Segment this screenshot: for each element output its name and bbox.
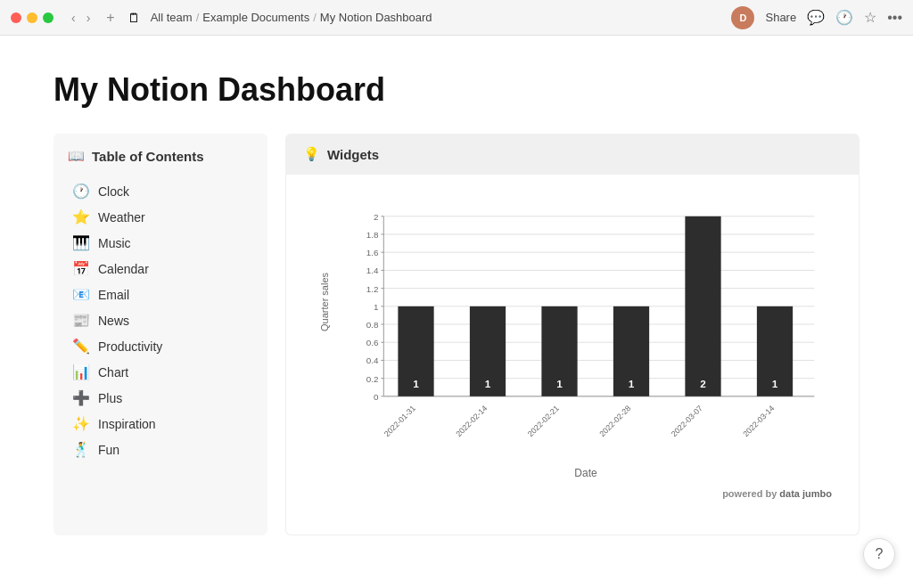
svg-text:2022-02-14: 2022-02-14 bbox=[454, 404, 489, 438]
toc-item-label: Weather bbox=[98, 210, 145, 225]
breadcrumb: All team / Example Documents / My Notion… bbox=[151, 11, 725, 24]
svg-text:1: 1 bbox=[556, 378, 563, 390]
fullscreen-button[interactable] bbox=[43, 12, 53, 23]
svg-text:2022-03-14: 2022-03-14 bbox=[741, 404, 776, 438]
toc-item-label: News bbox=[98, 314, 129, 328]
toc-item[interactable]: 📊Chart bbox=[68, 359, 253, 385]
toc-item-icon: 🎹 bbox=[71, 234, 91, 251]
nav-buttons: ‹ › bbox=[68, 9, 94, 27]
y-axis-label: Quarter sales bbox=[319, 273, 330, 331]
breadcrumb-docs[interactable]: Example Documents bbox=[202, 11, 309, 24]
toc-panel: 📖 Table of Contents 🕐Clock⭐Weather🎹Music… bbox=[53, 134, 267, 535]
svg-text:1.6: 1.6 bbox=[366, 248, 379, 257]
svg-text:1: 1 bbox=[772, 378, 778, 390]
chart-svg: 00.20.40.60.811.21.41.61.8212022-01-3112… bbox=[340, 192, 832, 460]
toc-item-icon: ✏️ bbox=[71, 338, 91, 355]
breadcrumb-sep-2: / bbox=[313, 11, 317, 24]
help-button[interactable]: ? bbox=[863, 538, 895, 570]
toc-item-label: Calendar bbox=[98, 262, 149, 276]
forward-button[interactable]: › bbox=[83, 9, 95, 27]
breadcrumb-allteam[interactable]: All team bbox=[151, 11, 193, 24]
main-content: My Notion Dashboard 📖 Table of Contents … bbox=[0, 36, 913, 588]
svg-rect-47 bbox=[685, 216, 720, 396]
share-button[interactable]: Share bbox=[765, 11, 796, 24]
toc-item-label: Plus bbox=[98, 391, 122, 405]
svg-text:2022-02-28: 2022-02-28 bbox=[597, 404, 632, 438]
svg-text:2022-01-31: 2022-01-31 bbox=[382, 404, 417, 438]
titlebar: ‹ › + 🗒 All team / Example Documents / M… bbox=[0, 0, 913, 36]
toc-item[interactable]: 🎹Music bbox=[68, 230, 253, 256]
comment-button[interactable]: 💬 bbox=[807, 9, 825, 26]
toc-item-label: Productivity bbox=[98, 339, 162, 354]
minimize-button[interactable] bbox=[27, 12, 37, 23]
breadcrumb-current: My Notion Dashboard bbox=[320, 11, 432, 24]
add-tab-button[interactable]: + bbox=[101, 8, 119, 28]
toc-item-icon: ➕ bbox=[71, 389, 91, 406]
page-icon: 🗒 bbox=[127, 11, 140, 25]
toc-item-label: Inspiration bbox=[98, 417, 156, 431]
svg-text:2: 2 bbox=[374, 212, 378, 222]
svg-text:0.2: 0.2 bbox=[366, 374, 379, 384]
svg-text:0: 0 bbox=[374, 392, 379, 402]
svg-text:0.6: 0.6 bbox=[366, 338, 379, 347]
widgets-title: Widgets bbox=[327, 147, 379, 162]
toc-item[interactable]: ✏️Productivity bbox=[68, 333, 253, 359]
widgets-icon: 💡 bbox=[303, 146, 320, 162]
toc-item-label: Music bbox=[98, 236, 131, 250]
toc-icon: 📖 bbox=[68, 148, 85, 164]
brand: data jumbo bbox=[779, 488, 832, 499]
chart-area: Quarter sales 00.20.40.60.811.21.41.61.8… bbox=[340, 192, 832, 460]
history-button[interactable]: 🕐 bbox=[835, 9, 853, 26]
toc-item-icon: 📧 bbox=[71, 286, 91, 303]
svg-text:1: 1 bbox=[374, 302, 378, 312]
toc-item[interactable]: ✨Inspiration bbox=[68, 411, 253, 437]
toc-item-icon: 📅 bbox=[71, 260, 91, 277]
avatar[interactable]: D bbox=[731, 6, 754, 29]
svg-text:1: 1 bbox=[629, 378, 635, 390]
toc-item-icon: 📊 bbox=[71, 363, 91, 380]
widgets-panel: 💡 Widgets Quarter sales 00.20.40.60.811.… bbox=[285, 134, 860, 535]
svg-text:2022-03-07: 2022-03-07 bbox=[670, 404, 704, 438]
toc-item[interactable]: 📅Calendar bbox=[68, 256, 253, 282]
toc-item-icon: 🕺 bbox=[71, 441, 91, 458]
toc-item[interactable]: 🕐Clock bbox=[68, 178, 253, 204]
toc-item-label: Email bbox=[98, 288, 129, 302]
svg-text:2: 2 bbox=[700, 378, 706, 390]
titlebar-actions: D Share 💬 🕐 ☆ ••• bbox=[731, 6, 902, 29]
page-title: My Notion Dashboard bbox=[53, 71, 860, 109]
svg-text:1.2: 1.2 bbox=[366, 284, 379, 294]
toc-item-icon: 🕐 bbox=[71, 183, 91, 200]
toc-item[interactable]: 📰News bbox=[68, 307, 253, 333]
svg-text:1.4: 1.4 bbox=[366, 265, 379, 275]
toc-title: Table of Contents bbox=[92, 149, 204, 164]
toc-item[interactable]: 🕺Fun bbox=[68, 437, 253, 462]
close-button[interactable] bbox=[11, 12, 21, 23]
svg-text:0.4: 0.4 bbox=[366, 355, 379, 365]
main-layout: 📖 Table of Contents 🕐Clock⭐Weather🎹Music… bbox=[53, 134, 860, 535]
svg-text:2022-02-21: 2022-02-21 bbox=[526, 404, 561, 438]
toc-item[interactable]: ⭐Weather bbox=[68, 204, 253, 230]
toc-item[interactable]: 📧Email bbox=[68, 282, 253, 307]
more-button[interactable]: ••• bbox=[887, 10, 902, 26]
svg-text:1.8: 1.8 bbox=[366, 230, 379, 240]
toc-item[interactable]: ➕Plus bbox=[68, 385, 253, 411]
toc-item-label: Chart bbox=[98, 365, 128, 380]
toc-item-label: Fun bbox=[98, 443, 119, 457]
powered-by: powered by data jumbo bbox=[340, 488, 832, 499]
toc-item-icon: ⭐ bbox=[71, 208, 91, 225]
chart-container: Quarter sales 00.20.40.60.811.21.41.61.8… bbox=[285, 175, 860, 535]
svg-text:1: 1 bbox=[413, 378, 419, 390]
toc-item-icon: 📰 bbox=[71, 312, 91, 329]
toc-items: 🕐Clock⭐Weather🎹Music📅Calendar📧Email📰News… bbox=[68, 178, 253, 462]
svg-text:0.8: 0.8 bbox=[366, 320, 379, 330]
toc-item-icon: ✨ bbox=[71, 415, 91, 432]
toc-item-label: Clock bbox=[98, 184, 129, 199]
widgets-header: 💡 Widgets bbox=[285, 134, 860, 175]
x-axis-label: Date bbox=[340, 467, 832, 479]
breadcrumb-sep-1: / bbox=[196, 11, 200, 24]
favorite-button[interactable]: ☆ bbox=[864, 9, 876, 26]
svg-text:1: 1 bbox=[485, 378, 491, 390]
toc-header: 📖 Table of Contents bbox=[68, 148, 253, 164]
traffic-lights bbox=[11, 12, 53, 23]
back-button[interactable]: ‹ bbox=[68, 9, 79, 27]
